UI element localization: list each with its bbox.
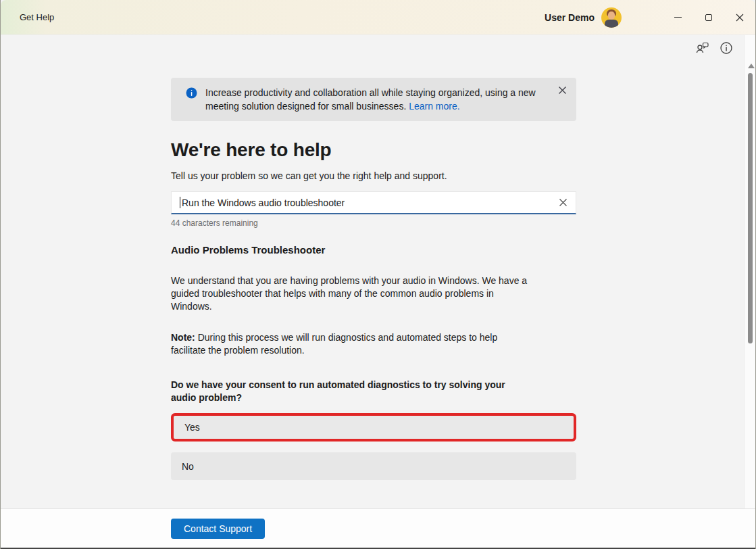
banner-message-text: Increase productivity and collaboration … — [205, 87, 536, 112]
feedback-button[interactable] — [695, 41, 709, 55]
info-button[interactable] — [719, 41, 734, 55]
note-text: During this process we will run diagnost… — [171, 332, 497, 356]
scroll-up-arrow-icon[interactable] — [748, 64, 755, 68]
close-icon — [736, 14, 744, 22]
clear-search-button[interactable] — [559, 198, 568, 207]
problem-search-input[interactable]: Run the Windows audio troubleshooter — [171, 191, 576, 214]
footer-bar: Contact Support — [1, 508, 755, 548]
scrollbar-thumb[interactable] — [748, 73, 753, 343]
note-paragraph: Note: During this process we will run di… — [171, 331, 576, 357]
maximize-button[interactable] — [693, 0, 724, 34]
banner-message: Increase productivity and collaboration … — [205, 86, 536, 113]
maximize-icon — [705, 14, 712, 21]
learn-more-link[interactable]: Learn more. — [409, 101, 459, 112]
page-title: We're here to help — [171, 139, 576, 161]
promo-banner: Increase productivity and collaboration … — [171, 78, 576, 121]
note-label: Note: — [171, 332, 195, 343]
troubleshooter-title: Audio Problems Troubleshooter — [171, 244, 576, 256]
main-area: Increase productivity and collaboration … — [1, 34, 755, 548]
clear-x-icon — [559, 198, 568, 207]
app-title: Get Help — [20, 12, 54, 22]
user-name: User Demo — [545, 12, 595, 23]
text-caret — [180, 197, 180, 208]
consent-option-no[interactable]: No — [171, 452, 576, 480]
banner-close-button[interactable] — [558, 86, 567, 95]
info-circle-icon — [720, 41, 733, 55]
info-filled-icon — [186, 87, 197, 99]
consent-option-yes[interactable]: Yes — [171, 413, 576, 441]
page-subtitle: Tell us your problem so we can get you t… — [171, 170, 576, 181]
get-help-window: { "titlebar": { "app_title": "Get Help",… — [0, 0, 756, 549]
characters-remaining-label: 44 characters remaining — [171, 218, 576, 228]
vertical-scrollbar[interactable] — [745, 35, 755, 548]
minimize-button[interactable] — [662, 0, 693, 34]
close-button[interactable] — [724, 0, 755, 34]
minimize-icon — [674, 17, 682, 18]
close-icon — [558, 86, 567, 95]
contact-support-button[interactable]: Contact Support — [171, 519, 265, 539]
user-avatar[interactable] — [601, 7, 622, 28]
avatar-body — [605, 20, 618, 28]
search-input-value: Run the Windows audio troubleshooter — [182, 197, 559, 208]
feedback-person-bubble-icon — [695, 41, 709, 55]
consent-question: Do we have your consent to run automated… — [171, 379, 576, 404]
troubleshooter-description: We understand that you are having proble… — [171, 274, 576, 313]
avatar-face — [608, 11, 615, 20]
titlebar: Get Help User Demo — [1, 0, 755, 34]
